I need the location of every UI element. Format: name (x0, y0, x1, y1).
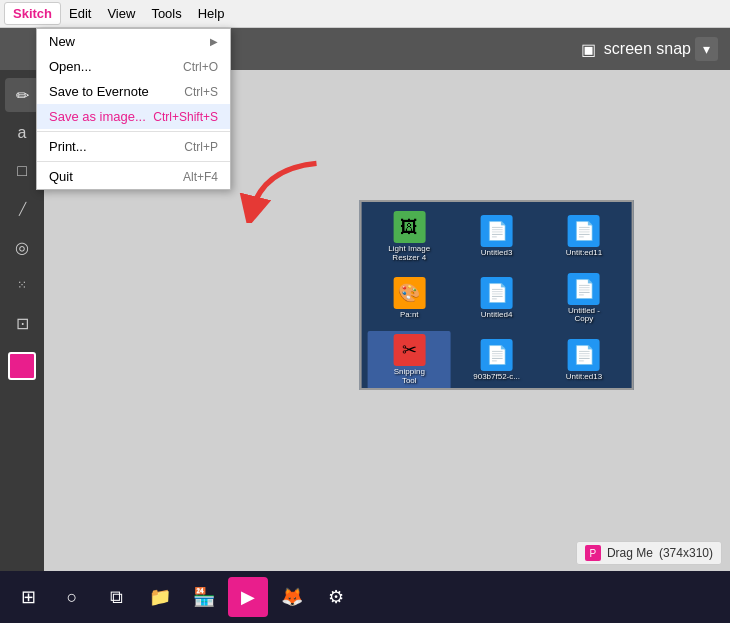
firefox-button[interactable]: 🦊 (272, 577, 312, 617)
dropdown-button[interactable]: ▾ (695, 37, 718, 61)
drag-me-icon: P (585, 545, 601, 561)
monitor-icon: ▣ (581, 40, 596, 59)
red-arrow-annotation (239, 158, 329, 223)
menu-item-save-image[interactable]: Save as image... Ctrl+Shift+S (37, 104, 230, 129)
submenu-arrow: ▶ (210, 36, 218, 47)
color-swatch[interactable] (8, 352, 36, 380)
search-button[interactable]: ○ (52, 577, 92, 617)
menu-item-edit[interactable]: Edit (61, 3, 99, 24)
menu-separator (37, 131, 230, 132)
menu-item-print[interactable]: Print... Ctrl+P (37, 134, 230, 159)
menu-bar: Skitch Edit View Tools Help (0, 0, 730, 28)
menu-item-new[interactable]: New ▶ (37, 29, 230, 54)
screenshot-container: 🖼 Light ImageResizer 4 📄 Untitled3 📄 Unt… (360, 200, 634, 390)
drag-me-badge: P Drag Me (374x310) (576, 541, 722, 565)
desktop-icon-untitled4: 📄 Untitled4 (455, 270, 538, 328)
pixel-tool-button[interactable]: ⁙ (5, 268, 39, 302)
menu-item-tools[interactable]: Tools (143, 3, 189, 24)
desktop-icon-untitled3: 📄 Untitled3 (455, 208, 538, 266)
desktop-icon-untitled11: 📄 Untit:ed11 (542, 208, 625, 266)
menu-item-save-evernote[interactable]: Save to Evernote Ctrl+S (37, 79, 230, 104)
desktop-icon-light-image: 🖼 Light ImageResizer 4 (368, 208, 451, 266)
other-app-button[interactable]: ⚙ (316, 577, 356, 617)
crop-tool-button[interactable]: ⊡ (5, 306, 39, 340)
desktop-icon-903: 📄 903b7f52-c... (455, 331, 538, 389)
draw-tool-button[interactable]: ╱ (5, 192, 39, 226)
menu-item-open[interactable]: Open... Ctrl+O (37, 54, 230, 79)
dropdown-menu: New ▶ Open... Ctrl+O Save to Evernote Ct… (36, 28, 231, 190)
desktop-icon-paint: 🎨 Pa:nt (368, 270, 451, 328)
desktop-icon-untitled-copy: 📄 Untitled -Copy (542, 270, 625, 328)
desktop-icons: 🖼 Light ImageResizer 4 📄 Untitled3 📄 Unt… (362, 202, 632, 388)
desktop-icon-untitled13: 📄 Untit:ed13 (542, 331, 625, 389)
menu-separator-2 (37, 161, 230, 162)
rect-tool-button[interactable]: □ (5, 154, 39, 188)
blur-tool-button[interactable]: ◎ (5, 230, 39, 264)
menu-item-quit[interactable]: Quit Alt+F4 (37, 164, 230, 189)
desktop-icon-snipping: ✂ SnippingTool (368, 331, 451, 389)
start-button[interactable]: ⊞ (8, 577, 48, 617)
task-view-button[interactable]: ⧉ (96, 577, 136, 617)
file-explorer-button[interactable]: 📁 (140, 577, 180, 617)
menu-item-skitch[interactable]: Skitch (4, 2, 61, 25)
screen-snap-label: ▣ screen snap (581, 40, 691, 59)
text-tool-button[interactable]: a (5, 116, 39, 150)
taskbar: ⊞ ○ ⧉ 📁 🏪 ▶ 🦊 ⚙ (0, 571, 730, 623)
menu-item-help[interactable]: Help (190, 3, 233, 24)
skitch-taskbar-button[interactable]: ▶ (228, 577, 268, 617)
store-button[interactable]: 🏪 (184, 577, 224, 617)
pen-tool-button[interactable]: ✏ (5, 78, 39, 112)
menu-item-view[interactable]: View (99, 3, 143, 24)
